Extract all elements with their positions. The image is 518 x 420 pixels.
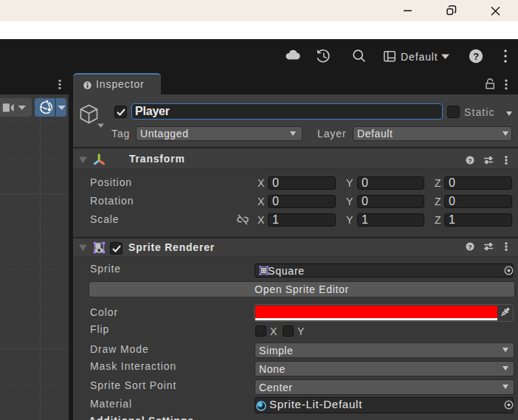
svg-text:?: ? [468, 243, 472, 251]
svg-text:Default: Default [401, 51, 438, 63]
svg-text:?: ? [473, 51, 479, 62]
svg-text:?: ? [468, 156, 472, 165]
